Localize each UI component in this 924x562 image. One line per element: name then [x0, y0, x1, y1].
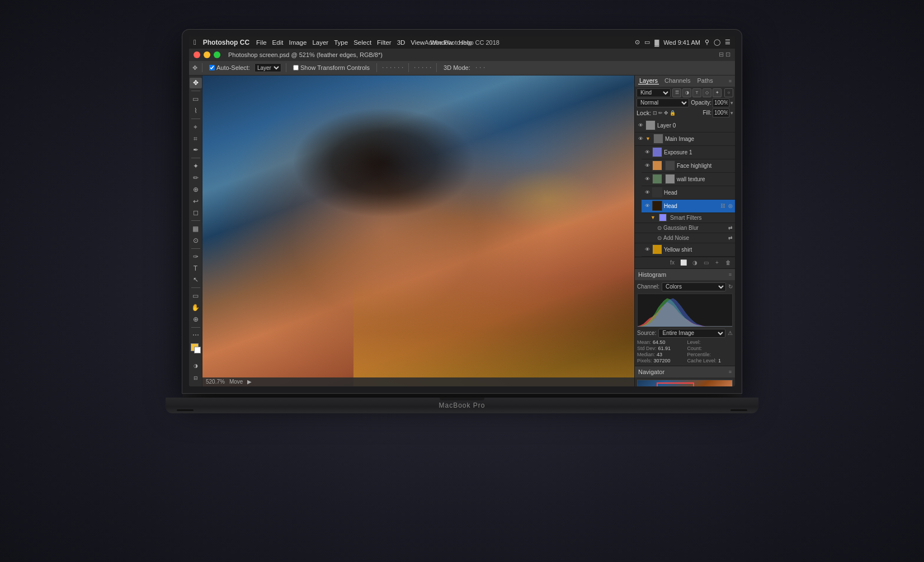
layer-visibility-10[interactable]: 👁: [644, 246, 650, 253]
layer-visibility-0[interactable]: 👁: [637, 122, 644, 129]
add-noise-options[interactable]: ⇄: [728, 235, 733, 240]
layer-item[interactable]: 👁 Head: [642, 186, 735, 200]
minimize-button[interactable]: [204, 51, 210, 58]
layer-item-selected[interactable]: 👁 Head ⛓ ◎: [642, 200, 735, 213]
filter-type-btn[interactable]: T: [692, 88, 701, 97]
menu-select[interactable]: Select: [353, 39, 371, 46]
path-selection[interactable]: ↖: [190, 274, 202, 285]
close-button[interactable]: [194, 51, 200, 58]
opacity-input[interactable]: [713, 98, 729, 107]
lock-all-btn[interactable]: 🔒: [670, 110, 676, 116]
channel-select[interactable]: Colors: [662, 282, 726, 291]
blend-mode-select[interactable]: Normal: [637, 98, 689, 107]
source-select[interactable]: Entire Image: [658, 329, 725, 338]
menu-layer[interactable]: Layer: [312, 39, 328, 46]
lock-image-btn[interactable]: ✏: [658, 110, 663, 116]
layer-visibility-2[interactable]: 👁: [644, 149, 650, 155]
menu-type[interactable]: Type: [334, 39, 348, 46]
layers-panel-header[interactable]: Layers Channels Paths ≡: [635, 75, 735, 87]
clone-tool[interactable]: ⊕: [190, 184, 202, 195]
menu-3d[interactable]: 3D: [397, 39, 406, 46]
layer-item[interactable]: 👁 Exposure 1: [642, 146, 735, 159]
pen-tool[interactable]: ✑: [190, 251, 202, 262]
layer-adj-button[interactable]: ◑: [690, 258, 699, 267]
layer-fx-button[interactable]: fx: [668, 258, 677, 267]
layer-visibility-6[interactable]: 👁: [644, 202, 650, 209]
shape-tool[interactable]: ▭: [190, 290, 202, 301]
layer-group-button[interactable]: ▭: [701, 258, 710, 267]
tab-layers[interactable]: Layers: [638, 77, 659, 84]
transform-checkbox[interactable]: [293, 65, 299, 70]
filter-toggle[interactable]: ○: [724, 88, 733, 97]
history-brush[interactable]: ↩: [190, 196, 202, 207]
menu-edit[interactable]: Edit: [272, 39, 284, 46]
menu-image[interactable]: Image: [289, 39, 307, 46]
histogram-stats: Mean: 64.50 Level: Std Dev:: [637, 339, 733, 363]
gaussian-blur-item[interactable]: ⊙ Gaussian Blur ⇄: [635, 223, 735, 233]
menu-file[interactable]: File: [256, 39, 267, 46]
fill-input[interactable]: [713, 108, 729, 117]
gaussian-blur-options[interactable]: ⇄: [728, 225, 733, 230]
magic-wand-tool[interactable]: ⌖: [190, 121, 202, 133]
hand-tool[interactable]: ✋: [190, 302, 202, 313]
layers-collapse-icon[interactable]: ≡: [729, 78, 732, 84]
tab-channels[interactable]: Channels: [663, 77, 691, 84]
layer-visibility-1[interactable]: 👁: [637, 135, 644, 142]
filter-adj-btn[interactable]: ◑: [682, 88, 691, 97]
lock-position-btn[interactable]: ✥: [664, 110, 668, 116]
filter-shape-btn[interactable]: ◇: [703, 88, 711, 97]
layer-delete-button[interactable]: 🗑: [724, 258, 733, 267]
layer-item[interactable]: 👁 Yellow shirt: [642, 243, 735, 257]
siri-icon[interactable]: ◯: [714, 39, 720, 46]
zoom-tool[interactable]: ⊕: [190, 314, 202, 325]
background-color[interactable]: [194, 347, 201, 353]
navigator-panel-header[interactable]: Navigator ≡: [635, 366, 735, 377]
crop-tool[interactable]: ⌗: [190, 133, 202, 144]
layer-item[interactable]: 👁 ▼ Main Image: [635, 133, 735, 146]
layer-item[interactable]: 👁 wall texture: [642, 173, 735, 186]
marquee-tool[interactable]: ▭: [190, 93, 202, 105]
menu-filter[interactable]: Filter: [377, 39, 392, 46]
fullscreen-button[interactable]: [214, 51, 220, 58]
histogram-panel-header[interactable]: Histogram ≡: [635, 269, 735, 280]
layer-new-button[interactable]: +: [713, 258, 722, 267]
histogram-collapse-icon[interactable]: ≡: [729, 272, 732, 277]
filter-pixel-btn[interactable]: ☰: [672, 88, 681, 97]
filter-smart-btn[interactable]: ✦: [713, 88, 722, 97]
brush-tool[interactable]: ✏: [190, 172, 202, 183]
layer-select[interactable]: Layer: [254, 63, 281, 72]
layer-visibility-4[interactable]: 👁: [644, 176, 650, 182]
clock-label: Wed 9:41 AM: [663, 39, 700, 46]
layers-list: 👁 Layer 0 👁 ▼ Main Image: [635, 119, 735, 257]
smart-filter-arrow[interactable]: ▼: [650, 215, 656, 220]
layer-item[interactable]: 👁 Layer 0: [635, 119, 735, 133]
control-center-icon[interactable]: ☰: [725, 39, 730, 46]
apple-icon[interactable]: : [194, 38, 196, 46]
layer-item[interactable]: 👁 Face highlight: [642, 159, 735, 173]
dodge-tool[interactable]: ⊙: [190, 235, 202, 246]
extra-tools[interactable]: ⋯: [190, 330, 202, 341]
quick-mask[interactable]: ◑: [190, 360, 202, 372]
eyedropper-tool[interactable]: ✒: [190, 144, 202, 155]
layer-visibility-5[interactable]: 👁: [644, 189, 650, 196]
lasso-tool[interactable]: ⌇: [190, 105, 202, 116]
search-icon[interactable]: ⚲: [705, 39, 709, 46]
healing-tool[interactable]: ✦: [190, 160, 202, 172]
move-tool[interactable]: ✥: [190, 78, 202, 89]
menu-view[interactable]: View: [411, 39, 425, 46]
filter-kind-select[interactable]: Kind: [637, 88, 671, 97]
layer-mask-button[interactable]: ⬜: [679, 258, 688, 267]
auto-select-checkbox[interactable]: [209, 65, 215, 70]
layer-visibility-3[interactable]: 👁: [644, 162, 650, 169]
group-arrow-1[interactable]: ▼: [645, 136, 650, 141]
screen-mode[interactable]: ⊟: [190, 372, 202, 384]
type-tool[interactable]: T: [190, 263, 202, 274]
ps-canvas[interactable]: 520.7% Move ▶: [202, 75, 634, 386]
histogram-refresh[interactable]: ↻: [728, 284, 733, 290]
tab-paths[interactable]: Paths: [696, 77, 714, 84]
navigator-collapse-icon[interactable]: ≡: [729, 369, 732, 375]
lock-transparent-btn[interactable]: ⊡: [653, 110, 657, 116]
eraser-tool[interactable]: ◻: [190, 207, 202, 219]
add-noise-item[interactable]: ⊙ Add Noise ⇄: [635, 233, 735, 243]
gradient-tool[interactable]: ▦: [190, 223, 202, 234]
